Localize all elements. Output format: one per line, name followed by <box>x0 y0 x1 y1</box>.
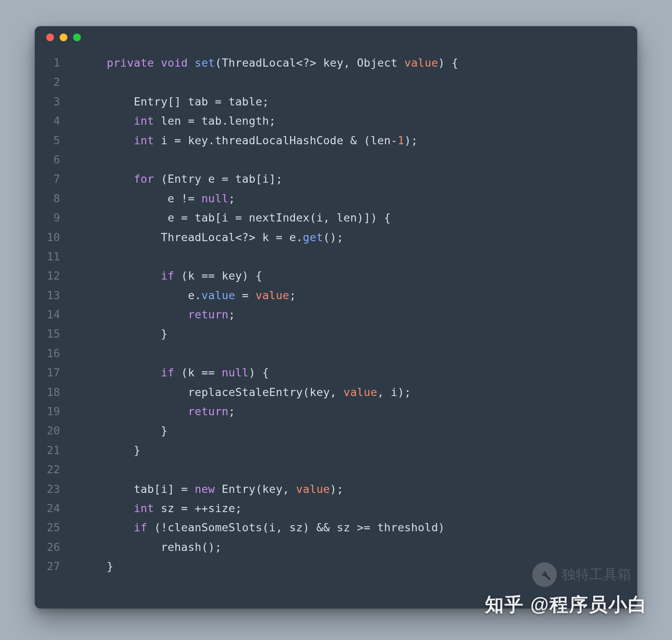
code-content <box>80 153 107 166</box>
code-content: ThreadLocal<?> k = e.get(); <box>80 231 344 244</box>
code-content: Entry[] tab = table; <box>80 95 269 108</box>
code-content: return; <box>80 405 235 418</box>
line-number: 23 <box>35 483 80 495</box>
line-number: 24 <box>35 502 80 515</box>
code-line: 25 if (!cleanSomeSlots(i, sz) && sz >= t… <box>35 521 637 540</box>
code-line: 12 if (k == key) { <box>35 269 637 289</box>
code-line: 4 int len = tab.length; <box>35 114 637 134</box>
code-line: 22 <box>35 463 637 482</box>
code-content: e = tab[i = nextIndex(i, len)]) { <box>80 211 391 224</box>
tool-watermark: 独特工具箱 <box>532 562 631 587</box>
code-content: } <box>80 444 141 457</box>
code-line: 24 int sz = ++size; <box>35 502 637 521</box>
code-line: 17 if (k == null) { <box>35 366 637 385</box>
code-line: 15 } <box>35 327 637 347</box>
line-number: 13 <box>35 289 80 302</box>
line-number: 7 <box>35 172 80 185</box>
code-line: 16 <box>35 347 637 366</box>
code-line: 5 int i = key.threadLocalHashCode & (len… <box>35 134 637 153</box>
code-line: 9 e = tab[i = nextIndex(i, len)]) { <box>35 211 637 230</box>
line-number: 20 <box>35 424 80 437</box>
line-number: 25 <box>35 521 80 534</box>
code-content: } <box>80 560 114 573</box>
code-line: 19 return; <box>35 405 637 424</box>
code-content: e.value = value; <box>80 289 296 302</box>
line-number: 10 <box>35 231 80 244</box>
code-content: e != null; <box>80 192 235 205</box>
line-number: 2 <box>35 76 80 88</box>
code-content: tab[i] = new Entry(key, value); <box>80 483 344 495</box>
line-number: 26 <box>35 541 80 553</box>
window-titlebar <box>35 26 637 48</box>
code-content <box>80 250 107 263</box>
line-number: 22 <box>35 463 80 476</box>
code-line: 26 rehash(); <box>35 541 637 560</box>
line-number: 27 <box>35 560 80 573</box>
line-number: 8 <box>35 192 80 205</box>
code-content: } <box>80 327 167 340</box>
line-number: 9 <box>35 211 80 224</box>
code-content: int len = tab.length; <box>80 114 276 127</box>
line-number: 18 <box>35 386 80 398</box>
line-number: 17 <box>35 366 80 379</box>
code-content <box>80 463 107 476</box>
code-content: for (Entry e = tab[i]; <box>80 172 283 185</box>
tool-watermark-text: 独特工具箱 <box>562 565 631 584</box>
line-number: 5 <box>35 134 80 147</box>
code-content: if (k == key) { <box>80 269 262 282</box>
code-line: 23 tab[i] = new Entry(key, value); <box>35 483 637 502</box>
line-number: 21 <box>35 444 80 457</box>
code-line: 7 for (Entry e = tab[i]; <box>35 172 637 192</box>
code-content: if (!cleanSomeSlots(i, sz) && sz >= thre… <box>80 521 445 534</box>
maximize-icon[interactable] <box>73 34 81 41</box>
code-content: if (k == null) { <box>80 366 269 379</box>
line-number: 6 <box>35 153 80 166</box>
zhihu-watermark: 知乎 @程序员小白 <box>485 592 647 618</box>
code-line: 11 <box>35 250 637 269</box>
code-line: 10 ThreadLocal<?> k = e.get(); <box>35 231 637 250</box>
code-content <box>80 347 107 360</box>
code-line: 18 replaceStaleEntry(key, value, i); <box>35 386 637 405</box>
line-number: 1 <box>35 56 80 69</box>
code-content: rehash(); <box>80 541 222 553</box>
code-line: 20 } <box>35 424 637 443</box>
spanner-icon <box>532 562 557 587</box>
line-number: 15 <box>35 327 80 340</box>
code-line: 14 return; <box>35 308 637 327</box>
close-icon[interactable] <box>46 34 54 41</box>
line-number: 14 <box>35 308 80 321</box>
line-number: 12 <box>35 269 80 282</box>
minimize-icon[interactable] <box>60 34 67 41</box>
code-line: 8 e != null; <box>35 192 637 211</box>
code-line: 13 e.value = value; <box>35 289 637 308</box>
line-number: 3 <box>35 95 80 108</box>
code-content: int i = key.threadLocalHashCode & (len-1… <box>80 134 418 147</box>
code-line: 3 Entry[] tab = table; <box>35 95 637 114</box>
code-content: private void set(ThreadLocal<?> key, Obj… <box>80 56 458 69</box>
code-content: int sz = ++size; <box>80 502 242 515</box>
line-number: 11 <box>35 250 80 263</box>
code-area: 1 private void set(ThreadLocal<?> key, O… <box>35 48 637 588</box>
code-line: 6 <box>35 153 637 172</box>
code-line: 1 private void set(ThreadLocal<?> key, O… <box>35 56 637 76</box>
code-content: return; <box>80 308 235 321</box>
line-number: 16 <box>35 347 80 360</box>
code-content: } <box>80 424 167 437</box>
code-line: 2 <box>35 76 637 95</box>
code-content: replaceStaleEntry(key, value, i); <box>80 386 411 398</box>
line-number: 19 <box>35 405 80 418</box>
line-number: 4 <box>35 114 80 127</box>
code-line: 21 } <box>35 444 637 463</box>
zhihu-logo-text: 知乎 @程序员小白 <box>485 592 647 618</box>
code-content <box>80 76 107 88</box>
code-window: 1 private void set(ThreadLocal<?> key, O… <box>35 26 637 609</box>
